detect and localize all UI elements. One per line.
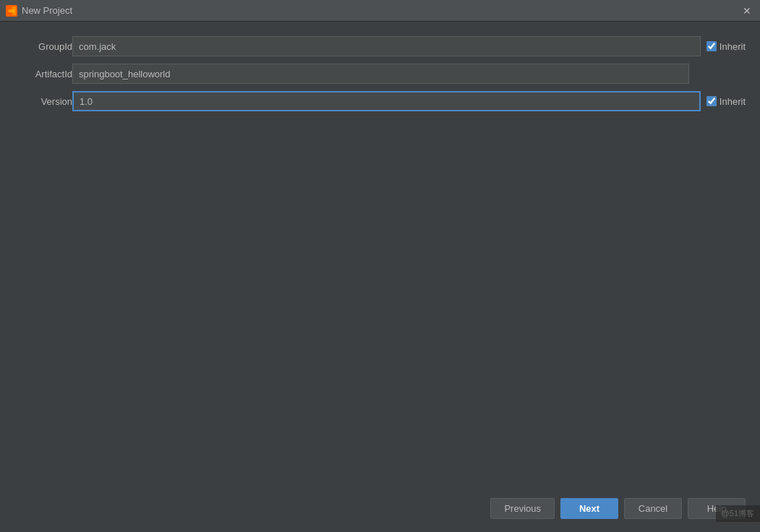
watermark: @51博客 <box>716 505 760 522</box>
app-icon <box>6 5 17 17</box>
groupid-label: GroupId <box>14 41 72 52</box>
content-spacer <box>14 111 746 491</box>
dialog-title: New Project <box>22 5 72 16</box>
version-input[interactable] <box>72 91 701 111</box>
groupid-input[interactable] <box>72 36 701 56</box>
close-button[interactable]: ✕ <box>740 4 754 18</box>
version-inherit-wrapper: Inherit <box>706 96 746 107</box>
groupid-inherit-checkbox[interactable] <box>706 41 717 51</box>
next-button[interactable]: Next <box>560 498 618 519</box>
groupid-inherit-wrapper: Inherit <box>706 41 746 52</box>
form-area: GroupId Inherit ArtifactId Version <box>14 36 746 111</box>
groupid-row: GroupId Inherit <box>14 36 746 56</box>
version-inherit-label: Inherit <box>720 96 746 107</box>
artifactid-input[interactable] <box>72 64 689 84</box>
version-row: Version Inherit <box>14 91 746 111</box>
svg-rect-2 <box>9 9 14 12</box>
artifactid-row: ArtifactId <box>14 64 746 84</box>
artifactid-input-wrapper <box>72 64 689 84</box>
artifactid-label: ArtifactId <box>14 69 72 80</box>
title-bar: New Project ✕ <box>0 0 760 22</box>
cancel-button[interactable]: Cancel <box>624 498 682 519</box>
title-bar-left: New Project <box>6 5 72 17</box>
version-inherit-checkbox[interactable] <box>706 96 717 106</box>
version-label: Version <box>14 96 72 107</box>
groupid-input-wrapper <box>72 36 701 56</box>
button-bar: Previous Next Cancel Help <box>14 491 746 525</box>
groupid-inherit-label: Inherit <box>720 41 746 52</box>
dialog-body: GroupId Inherit ArtifactId Version <box>0 22 760 532</box>
version-input-wrapper <box>72 91 701 111</box>
previous-button[interactable]: Previous <box>490 498 555 519</box>
